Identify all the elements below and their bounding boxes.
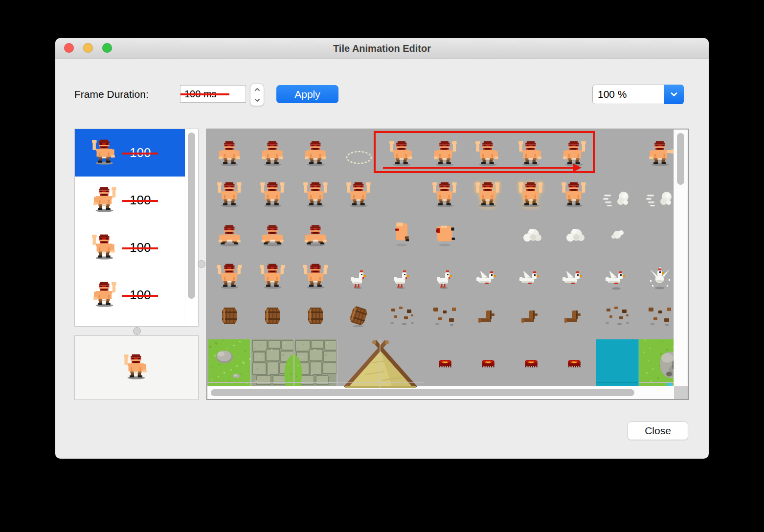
frame-list-scrollbar-thumb[interactable] <box>188 133 195 299</box>
frame-duration-value: 100 <box>130 193 151 208</box>
tile-cell-crouch[interactable] <box>294 214 337 255</box>
tile-cell-cheer[interactable] <box>251 255 294 293</box>
tile-cell-barrel_tilt[interactable] <box>337 293 381 339</box>
tile-cell-cheer[interactable] <box>294 255 337 293</box>
frame-duration-field-wrap <box>180 85 246 103</box>
frame-list-item[interactable]: 100 <box>75 319 186 327</box>
tile-cell-raise2[interactable] <box>553 130 596 172</box>
tile-cell-armsup[interactable] <box>294 172 337 214</box>
tileset-horizontal-scrollbar-thumb[interactable] <box>211 389 634 396</box>
frame-list-panel: 100100100100100 <box>74 129 199 327</box>
tile-cell-cheer[interactable] <box>208 255 251 293</box>
chevron-down-icon <box>670 92 678 97</box>
close-button[interactable]: Close <box>628 421 688 440</box>
frame-duration-label: Frame Duration: <box>74 89 149 100</box>
tile-cell-empty[interactable] <box>596 130 639 172</box>
apply-button[interactable]: Apply <box>276 85 338 103</box>
tile-cell-bug[interactable] <box>467 339 510 388</box>
tile-cell-stand[interactable] <box>208 130 251 172</box>
tile-cell-debris[interactable] <box>596 293 639 339</box>
tile-row <box>208 214 682 255</box>
tile-cell-jump[interactable] <box>381 214 424 255</box>
frame-sprite <box>89 232 121 264</box>
tile-cell-roll[interactable] <box>424 214 467 255</box>
frame-sprite <box>89 137 121 169</box>
tile-cell-bug[interactable] <box>424 339 467 388</box>
tile-cell-barrel[interactable] <box>294 293 337 339</box>
tile-cell-barrel[interactable] <box>251 293 294 339</box>
tile-cell-raise[interactable] <box>381 130 424 172</box>
tile-cell-armsup_glow[interactable] <box>467 172 510 214</box>
vertical-splitter-knob[interactable] <box>198 260 205 268</box>
zoom-value: 100 % <box>598 85 627 104</box>
tile-cell-stone_r[interactable] <box>251 339 294 388</box>
tile-cell-smokedash[interactable] <box>596 172 639 214</box>
frame-list-item[interactable]: 100 <box>75 224 186 271</box>
tile-row <box>208 172 682 214</box>
tile-cell-raise2[interactable] <box>424 130 467 172</box>
frame-duration-input[interactable] <box>180 85 246 103</box>
tile-cell-empty[interactable] <box>337 214 381 255</box>
tile-cell-chicken[interactable] <box>381 255 424 293</box>
tile-cell-stand[interactable] <box>294 130 337 172</box>
tileset-vertical-scrollbar[interactable] <box>674 130 688 387</box>
tile-cell-armsup[interactable] <box>251 172 294 214</box>
frame-duration-value: 100 <box>130 240 151 255</box>
frame-list-scrollbar[interactable] <box>185 129 198 326</box>
tile-cell-armsup[interactable] <box>424 172 467 214</box>
tile-cell-bug[interactable] <box>510 339 553 388</box>
stepper-up-icon[interactable] <box>250 84 264 95</box>
tile-cell-chicken[interactable] <box>337 255 381 293</box>
tile-cell-chicken_fly[interactable] <box>510 255 553 293</box>
tile-cell-wood[interactable] <box>510 293 553 339</box>
tile-cell-bug[interactable] <box>553 339 596 388</box>
tile-row <box>208 130 682 172</box>
stepper-down-icon[interactable] <box>250 95 264 106</box>
zoom-chevron-button[interactable] <box>664 85 684 104</box>
frame-list-item[interactable]: 100 <box>75 129 186 177</box>
tile-cell-raise3[interactable] <box>467 130 510 172</box>
tile-cell-crouch[interactable] <box>251 214 294 255</box>
tileset-horizontal-scrollbar[interactable] <box>207 386 675 399</box>
tile-cell-debris2[interactable] <box>424 293 467 339</box>
tile-cell-stone_l[interactable] <box>294 339 337 388</box>
tile-cell-puff[interactable] <box>510 214 553 255</box>
tile-cell-water[interactable] <box>596 339 639 388</box>
tile-cell-armsup[interactable] <box>208 172 251 214</box>
frame-sprite <box>89 279 121 311</box>
tile-cell-wood[interactable] <box>467 293 510 339</box>
scrollbar-corner <box>674 386 688 399</box>
tile-cell-debris[interactable] <box>381 293 424 339</box>
window-title: Tile Animation Editor <box>55 38 709 59</box>
tileset-vertical-scrollbar-thumb[interactable] <box>677 133 684 185</box>
tile-cell-ghost[interactable] <box>337 130 381 172</box>
tile-cell-chicken_fly[interactable] <box>467 255 510 293</box>
horizontal-splitter-knob[interactable] <box>133 327 141 335</box>
zoom-select[interactable]: 100 % <box>592 85 684 104</box>
tile-animation-editor-window: Tile Animation Editor Frame Duration: Ap… <box>55 38 709 459</box>
tile-cell-tent_l[interactable] <box>337 339 381 388</box>
tile-cell-chicken_land[interactable] <box>596 255 639 293</box>
tile-cell-empty[interactable] <box>381 172 424 214</box>
tile-cell-armsup[interactable] <box>337 172 381 214</box>
tile-cell-grass[interactable] <box>208 339 251 388</box>
animation-preview-panel <box>74 335 199 400</box>
frame-list-item[interactable]: 100 <box>75 271 186 319</box>
tile-cell-barrel[interactable] <box>208 293 251 339</box>
tile-cell-stand[interactable] <box>251 130 294 172</box>
titlebar[interactable]: Tile Animation Editor <box>55 38 709 59</box>
frame-list-item[interactable]: 100 <box>75 177 186 224</box>
tile-cell-armsup[interactable] <box>553 172 596 214</box>
tile-cell-puff_s[interactable] <box>596 214 639 255</box>
tile-cell-empty[interactable] <box>467 214 510 255</box>
tile-cell-wood[interactable] <box>553 293 596 339</box>
tile-cell-armsup_glow[interactable] <box>510 172 553 214</box>
frame-sprite <box>89 327 121 327</box>
tile-row <box>208 293 682 339</box>
frame-duration-stepper[interactable] <box>250 84 264 106</box>
tile-cell-raise[interactable] <box>510 130 553 172</box>
tile-cell-chicken[interactable] <box>424 255 467 293</box>
tile-cell-puff[interactable] <box>553 214 596 255</box>
tile-cell-crouch[interactable] <box>208 214 251 255</box>
tile-cell-chicken_fly[interactable] <box>553 255 596 293</box>
